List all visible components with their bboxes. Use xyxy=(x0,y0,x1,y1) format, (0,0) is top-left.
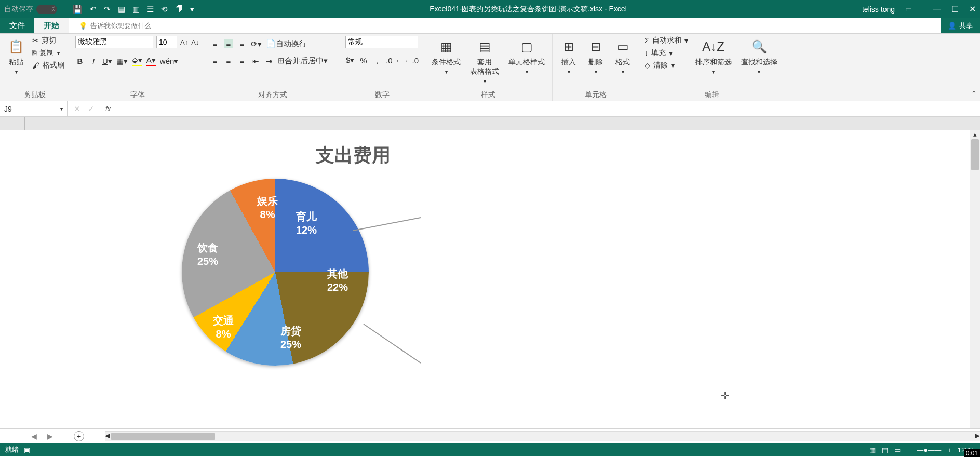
eraser-icon: ◇ xyxy=(645,61,650,70)
paste-icon: 📋 xyxy=(7,38,25,56)
minimize-icon[interactable]: — xyxy=(933,4,941,14)
title-bar: 自动保存 关 💾 ↶ ↷ ▤ ▥ ☰ ⟲ 🗐 ▾ Excel041-图表的另类玩… xyxy=(0,0,980,18)
sheet-nav-prev-icon[interactable]: ◀ xyxy=(31,432,37,440)
increase-decimal-icon[interactable]: .0→ xyxy=(386,56,400,65)
ribbon-display-icon[interactable]: ▭ xyxy=(905,5,912,14)
undo-icon[interactable]: ↶ xyxy=(90,5,97,14)
autosave-toggle[interactable]: 自动保存 关 xyxy=(4,5,57,14)
find-select-button[interactable]: 🔍查找和选择▾ xyxy=(739,36,780,77)
font-color-button[interactable]: A▾ xyxy=(146,56,156,66)
conditional-format-button[interactable]: ▦条件格式▾ xyxy=(429,36,463,77)
sigma-icon: Σ xyxy=(645,36,649,45)
group-label: 编辑 xyxy=(645,88,780,100)
qat-icon[interactable]: ☰ xyxy=(147,5,154,14)
maximize-icon[interactable]: ☐ xyxy=(951,4,959,14)
zoom-slider[interactable]: —●—— xyxy=(917,446,941,454)
underline-button[interactable]: U▾ xyxy=(102,57,112,66)
cancel-icon[interactable]: ✕ xyxy=(74,104,80,114)
qat-icon[interactable]: 🗐 xyxy=(175,5,183,14)
qat-icon[interactable]: ⟲ xyxy=(161,5,168,14)
align-right-icon[interactable]: ≡ xyxy=(237,57,247,65)
qat-dropdown-icon[interactable]: ▾ xyxy=(190,5,194,14)
tab-开始[interactable]: 开始 xyxy=(34,18,69,33)
tab-file[interactable]: 文件 xyxy=(0,18,34,33)
chart-object[interactable]: 支出费用 房贷25% 其他22% 育儿12% 娱乐8% 饮食25% 交通8% xyxy=(166,138,540,413)
group-font: A↑ A↓ B I U▾ ▦▾ ⬙▾ A▾ wén▾ 字体 xyxy=(70,34,205,101)
currency-icon[interactable]: $▾ xyxy=(345,56,355,65)
collapse-ribbon-icon[interactable]: ⌃ xyxy=(968,87,980,101)
horizontal-scrollbar[interactable]: ◀▶ xyxy=(105,431,980,441)
redo-icon[interactable]: ↷ xyxy=(104,5,111,14)
align-left-icon[interactable]: ≡ xyxy=(210,57,220,65)
orientation-icon[interactable]: ⟳▾ xyxy=(251,39,262,49)
cut-button[interactable]: ✂剪切 xyxy=(32,36,64,45)
fx-icon[interactable]: fx xyxy=(105,105,111,113)
toggle-switch[interactable]: 关 xyxy=(36,5,57,14)
zoom-in-icon[interactable]: + xyxy=(947,446,951,454)
name-box[interactable]: J9▾ xyxy=(0,101,68,116)
group-cells: ⊞插入▾ ⊟删除▾ ▭格式▾ 单元格 xyxy=(553,34,639,101)
percent-icon[interactable]: % xyxy=(359,56,368,65)
view-pagebreak-icon[interactable]: ▭ xyxy=(894,446,901,454)
user-name[interactable]: teliss tong xyxy=(862,5,895,14)
indent-increase-icon[interactable]: ⇥ xyxy=(264,57,274,66)
qat-icon[interactable]: ▤ xyxy=(118,5,125,14)
autosum-button[interactable]: Σ自动求和▾ xyxy=(645,36,688,45)
worksheet-grid[interactable]: 支出费用 房贷25% 其他22% 育儿12% 娱乐8% 饮食25% 交通8% ▴… xyxy=(0,117,980,428)
sheet-nav-next-icon[interactable]: ▶ xyxy=(47,432,53,440)
comma-icon[interactable]: , xyxy=(372,56,382,65)
font-name-input[interactable] xyxy=(75,36,153,48)
align-center-icon[interactable]: ≡ xyxy=(224,57,233,65)
align-top-icon[interactable]: ≡ xyxy=(210,39,220,48)
bold-button[interactable]: B xyxy=(75,57,85,65)
delete-icon: ⊟ xyxy=(587,38,605,56)
phonetic-button[interactable]: wén▾ xyxy=(160,57,179,66)
delete-button[interactable]: ⊟删除▾ xyxy=(585,36,607,77)
macro-icon[interactable]: ▣ xyxy=(24,446,30,454)
merge-button[interactable]: ⊞合并后居中▾ xyxy=(278,56,328,66)
tell-me[interactable]: 💡 告诉我你想要做什么 xyxy=(79,18,151,33)
paste-button[interactable]: 📋 粘贴 ▾ xyxy=(5,36,27,77)
qat-icon[interactable]: ▥ xyxy=(132,5,140,14)
decrease-decimal-icon[interactable]: ←.0 xyxy=(405,56,419,65)
indent-decrease-icon[interactable]: ⇤ xyxy=(251,57,260,66)
format-painter-button[interactable]: 🖌格式刷 xyxy=(32,61,64,70)
wrap-text-button[interactable]: 📄自动换行 xyxy=(266,39,307,49)
fill-button[interactable]: ↓填充▾ xyxy=(645,48,688,58)
view-normal-icon[interactable]: ▦ xyxy=(869,446,876,454)
svg-line-0 xyxy=(353,218,421,231)
clear-button[interactable]: ◇清除▾ xyxy=(645,61,688,70)
group-label: 单元格 xyxy=(558,88,634,100)
align-middle-icon[interactable]: ≡ xyxy=(224,39,233,48)
slice-label: 房贷25% xyxy=(280,324,301,351)
zoom-out-icon[interactable]: − xyxy=(907,446,911,454)
align-bottom-icon[interactable]: ≡ xyxy=(237,39,247,48)
italic-button[interactable]: I xyxy=(89,57,98,65)
increase-font-icon[interactable]: A↑ xyxy=(180,38,188,46)
border-button[interactable]: ▦▾ xyxy=(116,57,128,66)
fill-color-button[interactable]: ⬙▾ xyxy=(132,56,142,66)
format-button[interactable]: ▭格式▾ xyxy=(612,36,634,77)
close-icon[interactable]: ✕ xyxy=(969,4,976,14)
insert-icon: ⊞ xyxy=(560,38,578,56)
add-sheet-button[interactable]: + xyxy=(74,431,84,441)
formula-input[interactable]: fx xyxy=(101,101,980,116)
decrease-font-icon[interactable]: A↓ xyxy=(191,38,199,46)
confirm-icon[interactable]: ✓ xyxy=(88,104,95,114)
group-editing: Σ自动求和▾ ↓填充▾ ◇清除▾ A↓Z排序和筛选▾ 🔍查找和选择▾ 编辑 xyxy=(639,34,785,101)
group-alignment: ≡ ≡ ≡ ⟳▾ 📄自动换行 ≡ ≡ ≡ ⇤ ⇥ ⊞合并后居中▾ 对齐方式 xyxy=(205,34,340,101)
font-size-input[interactable] xyxy=(156,36,177,48)
insert-button[interactable]: ⊞插入▾ xyxy=(558,36,580,77)
select-all-corner[interactable] xyxy=(0,117,25,130)
number-format-select[interactable] xyxy=(345,36,418,48)
vertical-scrollbar[interactable]: ▴ xyxy=(970,130,980,428)
chart-title: 支出费用 xyxy=(166,143,540,168)
view-layout-icon[interactable]: ▤ xyxy=(882,446,888,454)
sort-filter-button[interactable]: A↓Z排序和筛选▾ xyxy=(693,36,734,77)
save-icon[interactable]: 💾 xyxy=(73,5,83,14)
share-button[interactable]: 👤 共享 xyxy=(941,18,980,33)
search-icon: 🔍 xyxy=(750,38,768,56)
table-format-button[interactable]: ▤套用 表格格式▾ xyxy=(468,36,501,86)
copy-button[interactable]: ⎘复制▾ xyxy=(32,48,64,58)
cell-styles-button[interactable]: ▢单元格样式▾ xyxy=(506,36,547,77)
